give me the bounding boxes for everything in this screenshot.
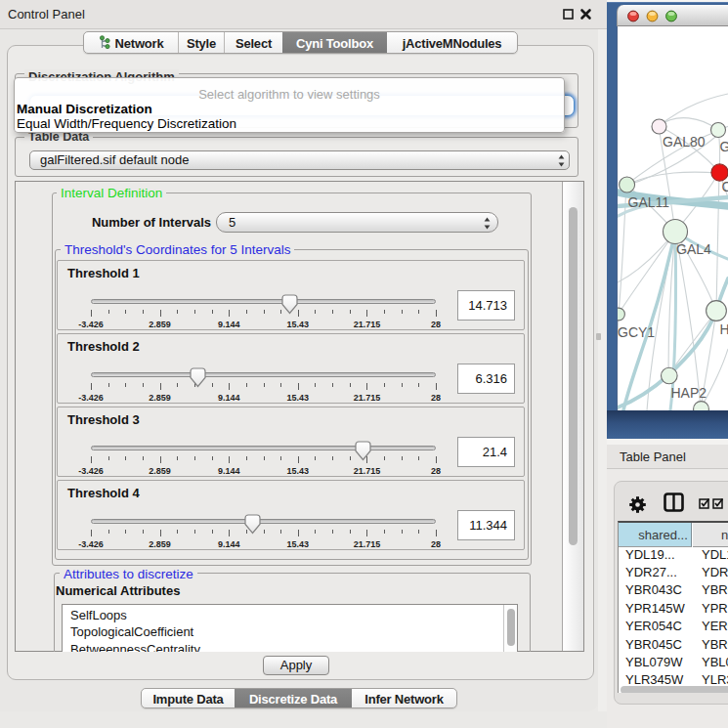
svg-text:HAP2: HAP2 [671, 385, 707, 401]
svg-text:GAL4: GAL4 [676, 241, 711, 257]
svg-text:GCY1: GCY1 [618, 324, 655, 340]
svg-text:GAL7: GAL7 [720, 139, 728, 154]
svg-text:GAL80: GAL80 [663, 134, 706, 150]
svg-text:HIS4: HIS4 [720, 321, 728, 337]
svg-text:GAL11: GAL11 [628, 194, 670, 210]
svg-text:CRP: CRP [722, 179, 728, 194]
